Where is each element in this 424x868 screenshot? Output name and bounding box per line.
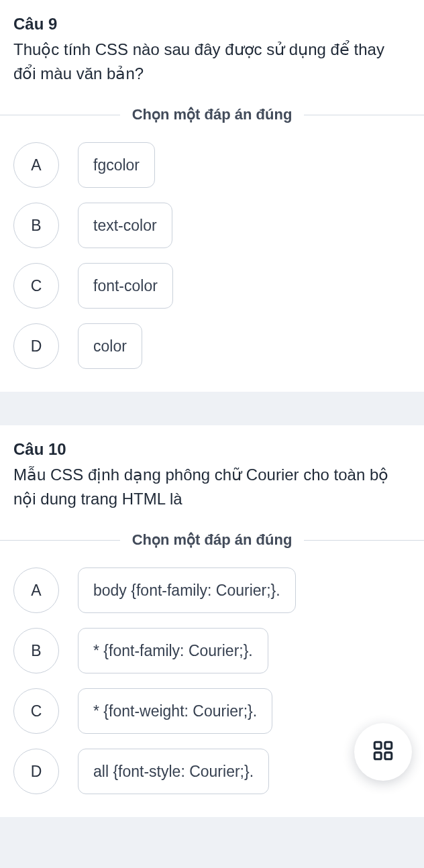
option-answer: color [78, 323, 142, 369]
option-row[interactable]: B * {font-family: Courier;}. [13, 628, 411, 673]
option-answer: fgcolor [78, 142, 155, 188]
options-list: A fgcolor B text-color C font-color D co… [13, 142, 411, 369]
question-card-9: Câu 9 Thuộc tính CSS nào sau đây được sử… [0, 0, 424, 392]
instruction-divider: Chọn một đáp án đúng [0, 531, 424, 549]
options-list: A body {font-family: Courier;}. B * {fon… [13, 567, 411, 794]
option-letter: B [13, 628, 59, 673]
option-answer: body {font-family: Courier;}. [78, 567, 296, 613]
option-letter: C [13, 688, 59, 734]
option-letter: B [13, 203, 59, 248]
option-row[interactable]: A body {font-family: Courier;}. [13, 567, 411, 613]
divider-line [304, 115, 424, 115]
option-row[interactable]: C font-color [13, 263, 411, 309]
option-answer: * {font-weight: Courier;}. [78, 688, 272, 734]
grid-fab-button[interactable] [354, 723, 412, 781]
option-letter: A [13, 142, 59, 188]
svg-rect-1 [385, 742, 392, 749]
question-text: Mẫu CSS định dạng phông chữ Courier cho … [13, 463, 411, 511]
option-letter: C [13, 263, 59, 309]
option-answer: all {font-style: Courier;}. [78, 749, 269, 794]
svg-rect-0 [374, 742, 381, 749]
option-row[interactable]: C * {font-weight: Courier;}. [13, 688, 411, 734]
option-answer: * {font-family: Courier;}. [78, 628, 268, 673]
question-gap [0, 392, 424, 425]
svg-rect-2 [374, 753, 381, 759]
option-letter: A [13, 567, 59, 613]
option-letter: D [13, 323, 59, 369]
divider-line [0, 115, 120, 115]
question-title: Câu 9 [13, 15, 411, 34]
question-text: Thuộc tính CSS nào sau đây được sử dụng … [13, 38, 411, 86]
option-row[interactable]: B text-color [13, 203, 411, 248]
option-row[interactable]: A fgcolor [13, 142, 411, 188]
instruction-label: Chọn một đáp án đúng [120, 106, 305, 123]
option-answer: font-color [78, 263, 173, 309]
divider-line [0, 540, 120, 541]
option-answer: text-color [78, 203, 172, 248]
option-row[interactable]: D all {font-style: Courier;}. [13, 749, 411, 794]
grid-icon [372, 739, 394, 765]
question-title: Câu 10 [13, 440, 411, 459]
instruction-label: Chọn một đáp án đúng [120, 531, 305, 549]
option-letter: D [13, 749, 59, 794]
divider-line [304, 540, 424, 541]
option-row[interactable]: D color [13, 323, 411, 369]
svg-rect-3 [385, 753, 392, 759]
instruction-divider: Chọn một đáp án đúng [0, 106, 424, 123]
